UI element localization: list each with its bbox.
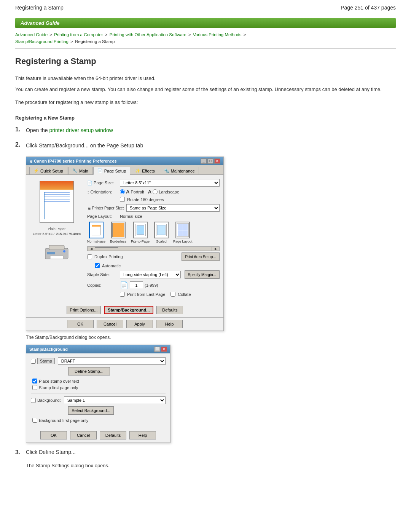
stamp-first-page-label: Stamp first page only — [39, 385, 78, 390]
portrait-option[interactable]: A Portrait — [120, 189, 144, 195]
help-btn[interactable]: Help — [156, 320, 183, 328]
paper-preview — [40, 181, 74, 223]
svg-rect-4 — [47, 252, 55, 254]
page-size-dropdown[interactable]: Letter 8.5"x11" — [120, 179, 220, 187]
main-icon: 🔧 — [72, 168, 78, 173]
stamp-dropdown[interactable]: DRAFT — [58, 357, 166, 365]
dialog2-help-btn[interactable]: Help — [129, 431, 156, 439]
sb-divider — [31, 393, 166, 393]
breadcrumb-current: Registering a Stamp — [75, 39, 115, 44]
page-layout-value: Normal-size — [120, 214, 142, 219]
copies-control: 📄 (1-999) — [120, 281, 158, 289]
background-dropdown[interactable]: Sample 1 — [64, 396, 166, 404]
step-1-number: 1. — [15, 126, 26, 133]
breadcrumb-stamp-background[interactable]: Stamp/Background Printing — [15, 39, 68, 44]
bg-first-page-checkbox[interactable] — [32, 418, 37, 423]
para2: You can create and register a new stamp.… — [15, 86, 396, 94]
select-background-btn[interactable]: Select Background... — [68, 406, 114, 415]
tab-maintenance[interactable]: 🔩 Maintenance — [160, 167, 199, 174]
stamp-background-btn[interactable]: Stamp/Background... — [104, 306, 153, 314]
print-last-checkbox[interactable] — [120, 292, 125, 297]
tab-effects[interactable]: ✨ Effects — [131, 167, 159, 174]
staple-side-dropdown[interactable]: Long-side stapling (Left) — [120, 271, 181, 278]
ok-btn[interactable]: OK — [67, 320, 94, 328]
dialog2-cancel-btn[interactable]: Cancel — [70, 431, 97, 439]
print-options-btn[interactable]: Print Options... — [67, 306, 101, 314]
close-btn[interactable]: ✕ — [214, 158, 220, 164]
print-area-setup-btn[interactable]: Print Area Setup... — [182, 252, 220, 261]
duplex-label: Duplex Printing — [94, 254, 123, 259]
stamp-enable-checkbox[interactable] — [31, 359, 36, 364]
advanced-guide-label: Advanced Guide — [21, 20, 60, 26]
layout-scaled[interactable]: Scaled — [154, 222, 169, 243]
layout-icons-row: Normal-size Borderless — [87, 222, 220, 243]
dialog2-body: Stamp DRAFT Define Stamp... Place stamp … — [26, 353, 170, 428]
automatic-row: Automatic — [95, 263, 220, 268]
layout-normal[interactable]: Normal-size — [87, 222, 105, 243]
landscape-radio[interactable] — [153, 189, 158, 194]
breadcrumb-advanced-guide[interactable]: Advanced Guide — [15, 32, 48, 37]
breadcrumb-printing-from-computer[interactable]: Printing from a Computer — [54, 32, 103, 37]
select-bg-row: Select Background... — [68, 406, 166, 415]
tab-bar: ⚡ Quick Setup 🔧 Main 📄 Page Setup ✨ Effe… — [26, 165, 223, 175]
collate-checkbox[interactable] — [170, 292, 175, 297]
advanced-guide-banner: Advanced Guide — [15, 18, 396, 28]
copies-input[interactable] — [130, 281, 143, 289]
titlebar-controls: _ □ ✕ — [201, 158, 220, 164]
page-layout-box — [175, 222, 190, 238]
tab-quick-setup[interactable]: ⚡ Quick Setup — [29, 167, 67, 174]
page-size-row: 📄 Page Size: Letter 8.5"x11" — [87, 179, 220, 187]
portrait-radio[interactable] — [120, 189, 125, 194]
section-heading: Registering a New Stamp — [15, 115, 396, 121]
quick-setup-icon: ⚡ — [33, 168, 39, 173]
portrait-label: Portrait — [131, 190, 144, 194]
landscape-option[interactable]: A Landscape — [148, 189, 179, 195]
dialog2-ok-btn[interactable]: OK — [40, 431, 67, 439]
dialog2-title: Stamp/Background — [29, 347, 68, 351]
printer-driver-link[interactable]: printer driver setup window — [49, 127, 113, 133]
breadcrumb: Advanced Guide > Printing from a Compute… — [15, 31, 396, 49]
layout-page-layout[interactable]: Page Layout — [173, 222, 193, 243]
defaults-btn[interactable]: Defaults — [156, 306, 183, 314]
page-header: Registering a Stamp Page 251 of 437 page… — [0, 0, 411, 14]
scaled-box — [154, 222, 169, 238]
dialog1-ok-buttons: OK Cancel Apply Help — [26, 318, 223, 331]
dialog2-defaults-btn[interactable]: Defaults — [100, 431, 126, 439]
apply-btn[interactable]: Apply — [126, 320, 153, 328]
printer-paper-size-dropdown[interactable]: Same as Page Size — [126, 204, 220, 212]
minimize-btn[interactable]: _ — [201, 158, 207, 164]
staple-side-row: Staple Side: Long-side stapling (Left) S… — [87, 270, 220, 279]
rotate-row: Rotate 180 degrees — [120, 197, 220, 202]
automatic-checkbox[interactable] — [95, 263, 100, 268]
layout-borderless[interactable]: Borderless — [110, 222, 126, 243]
stamp-first-page-checkbox[interactable] — [32, 385, 37, 390]
scrollbar[interactable]: ◀ ▶ — [87, 246, 220, 251]
cancel-btn[interactable]: Cancel — [97, 320, 123, 328]
place-over-text-row: Place stamp over text — [32, 379, 166, 383]
stamp-row: Stamp DRAFT — [31, 357, 166, 365]
specify-margin-btn[interactable]: Specify Margin... — [185, 270, 220, 279]
duplex-checkbox[interactable] — [87, 254, 92, 259]
page-setup-icon: 📄 — [97, 168, 103, 173]
dialog2-close-btn[interactable]: ✕ — [161, 347, 167, 352]
tab-page-setup[interactable]: 📄 Page Setup — [93, 167, 131, 175]
printer-paper-size-row: 🖨 Printer Paper Size: Same as Page Size — [87, 204, 220, 212]
place-over-text-checkbox[interactable] — [32, 379, 37, 383]
maximize-btn[interactable]: □ — [207, 158, 213, 164]
stamp-label: Stamp — [37, 358, 55, 364]
copies-label: Copies: — [87, 283, 118, 288]
background-enable-checkbox[interactable] — [31, 398, 36, 403]
dialog2-buttons: OK Cancel Defaults Help — [26, 428, 170, 443]
print-last-label: Print from Last Page — [127, 292, 165, 297]
rotate-checkbox[interactable] — [120, 197, 125, 202]
define-stamp-btn[interactable]: Define Stamp... — [68, 367, 110, 375]
layout-fit-to-page[interactable]: Fits-to-Page — [131, 222, 150, 243]
tab-main[interactable]: 🔧 Main — [68, 167, 92, 174]
bg-first-page-label: Background first page only — [39, 418, 88, 423]
background-label: Background: — [37, 398, 61, 403]
dialog2-restore-btn[interactable]: ⬜ — [154, 347, 160, 352]
breadcrumb-printing-other-app[interactable]: Printing with Other Application Software — [110, 32, 186, 37]
breadcrumb-various-methods[interactable]: Various Printing Methods — [193, 32, 242, 37]
automatic-label: Automatic — [102, 264, 121, 268]
dialog2-titlebar: Stamp/Background ⬜ ✕ — [26, 345, 170, 353]
